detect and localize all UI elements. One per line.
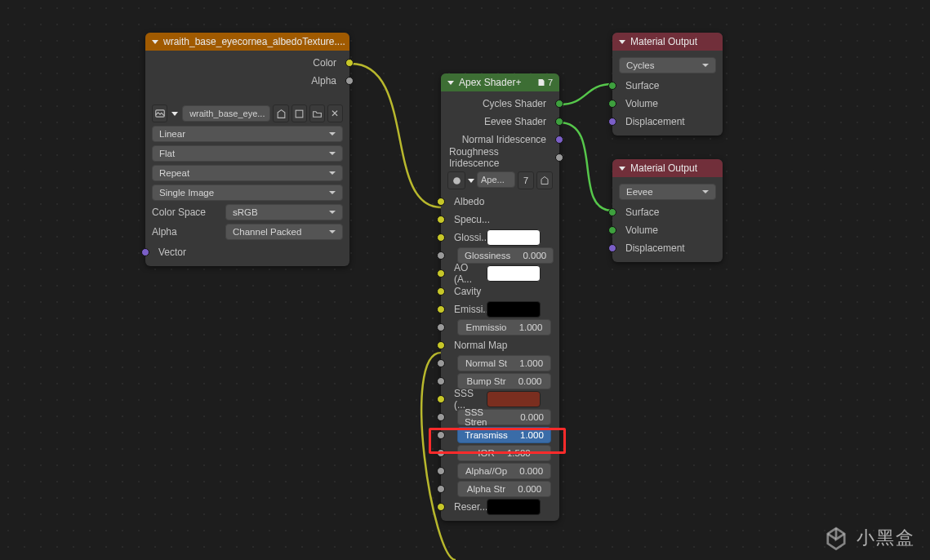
socket-volume-in[interactable] — [608, 100, 616, 108]
socket-alpha-out[interactable] — [345, 77, 354, 85]
chevron-down-icon — [447, 81, 454, 85]
output-alpha-label: Alpha — [311, 75, 336, 87]
image-browse-icon[interactable] — [152, 104, 167, 122]
node-title: Material Output — [630, 36, 697, 47]
chevron-down-icon — [152, 40, 158, 44]
socket-alphastr-in[interactable] — [437, 485, 445, 493]
reser-label: Reser... — [454, 501, 487, 513]
glossi-swatch[interactable] — [487, 229, 541, 246]
surface-label: Surface — [625, 80, 659, 91]
socket-disp-in[interactable] — [608, 244, 616, 252]
socket-albedo-in[interactable] — [437, 198, 445, 206]
sss-strength-field[interactable]: SSS Stren 0.000 — [457, 409, 551, 425]
material-output-node-eevee[interactable]: Material Output Eevee Surface Volume Dis… — [612, 159, 723, 262]
socket-color-out[interactable] — [345, 59, 354, 67]
reser-swatch[interactable] — [487, 499, 541, 515]
node-title: Material Output — [630, 162, 697, 174]
alpha-strength-field[interactable]: Alpha Str 0.000 — [457, 481, 551, 497]
vector-label: Vector — [158, 247, 186, 258]
chevron-down-icon — [171, 112, 178, 116]
material-output-node-cycles[interactable]: Material Output Cycles Surface Volume Di… — [612, 33, 723, 136]
alpha-opacity-field[interactable]: Alpha//Op 0.000 — [457, 463, 551, 479]
out-rough-irid-label: Roughness Iridescence — [449, 146, 546, 169]
socket-normal-in[interactable] — [437, 341, 445, 349]
sss-swatch[interactable] — [487, 391, 541, 407]
socket-vector-in[interactable] — [141, 248, 149, 256]
socket-bump-in[interactable] — [437, 377, 445, 385]
socket-ni-out[interactable] — [555, 136, 563, 144]
alpha-mode-dropdown[interactable]: Channel Packed — [225, 224, 343, 240]
chevron-down-icon — [619, 40, 625, 44]
output-color-label: Color — [313, 57, 336, 69]
specu-label: Specu... — [454, 214, 490, 225]
albedo-label: Albedo — [454, 196, 484, 207]
socket-cavity-in[interactable] — [437, 287, 445, 296]
new-image-icon[interactable] — [291, 104, 307, 122]
cavity-label: Cavity — [454, 286, 481, 297]
watermark: 小黑盒 — [822, 524, 915, 552]
node-title: wraith_base_eyecornea_albedoTexture.... — [163, 36, 345, 47]
svg-rect-1 — [296, 110, 303, 118]
socket-ri-out[interactable] — [555, 153, 563, 162]
socket-eevee-out[interactable] — [555, 118, 563, 126]
out-normal-irid-label: Normal Iridescence — [462, 134, 546, 145]
node-header[interactable]: wraith_base_eyecornea_albedoTexture.... — [145, 33, 349, 51]
target-dropdown[interactable]: Eevee — [619, 184, 716, 200]
out-cycles-label: Cycles Shader — [483, 98, 546, 109]
socket-reser-in[interactable] — [437, 503, 445, 511]
socket-surface-in[interactable] — [608, 208, 616, 216]
color-space-label: Color Space — [152, 207, 219, 218]
image-name-field[interactable]: wraith_base_eye... — [182, 105, 270, 122]
color-space-dropdown[interactable]: sRGB — [225, 204, 343, 220]
socket-specu-in[interactable] — [437, 216, 445, 224]
emissi-swatch[interactable] — [487, 301, 541, 318]
socket-gloss-val-in[interactable] — [437, 251, 445, 260]
disp-label: Displacement — [625, 116, 685, 127]
nodegroup-users-button[interactable]: 7 — [518, 171, 534, 189]
bump-strength-field[interactable]: Bump Str 0.000 — [457, 373, 551, 389]
socket-sssstren-in[interactable] — [437, 413, 445, 421]
alpha-mode-label: Alpha — [152, 226, 219, 238]
nodegroup-name-field[interactable]: Ape... — [477, 171, 515, 188]
normal-label: Normal Map — [454, 340, 507, 351]
open-file-icon[interactable] — [309, 104, 325, 122]
unlink-icon[interactable]: ✕ — [327, 104, 343, 122]
socket-surface-in[interactable] — [608, 82, 616, 90]
socket-glossi-in[interactable] — [437, 233, 445, 242]
extension-dropdown[interactable]: Repeat — [152, 165, 343, 181]
glossiness-field[interactable]: Glossiness 0.000 — [457, 247, 554, 264]
ao-label: AO (A... — [454, 262, 487, 285]
socket-emissio-val-in[interactable] — [437, 323, 445, 331]
disp-label: Displacement — [625, 242, 685, 254]
ao-swatch[interactable] — [487, 265, 541, 282]
source-dropdown[interactable]: Single Image — [152, 184, 343, 201]
socket-normalst-in[interactable] — [437, 359, 445, 367]
node-users-badge: 7 — [536, 78, 553, 87]
image-texture-node[interactable]: wraith_base_eyecornea_albedoTexture.... … — [145, 33, 349, 266]
logo-icon — [822, 524, 850, 552]
socket-ao-in[interactable] — [437, 269, 445, 278]
node-header[interactable]: Apex Shader+ 7 — [441, 73, 559, 91]
out-eevee-label: Eevee Shader — [484, 116, 546, 127]
node-header[interactable]: Material Output — [612, 159, 723, 177]
fake-user-icon[interactable] — [273, 104, 288, 122]
nodegroup-icon[interactable] — [447, 171, 465, 189]
interpolation-dropdown[interactable]: Linear — [152, 126, 343, 142]
fake-user-icon[interactable] — [536, 171, 553, 189]
projection-dropdown[interactable]: Flat — [152, 145, 343, 162]
target-dropdown[interactable]: Cycles — [619, 57, 716, 73]
socket-disp-in[interactable] — [608, 118, 616, 126]
socket-sss-in[interactable] — [437, 395, 445, 403]
chevron-down-icon — [619, 167, 625, 171]
socket-emissi-in[interactable] — [437, 305, 445, 313]
socket-alphaop-in[interactable] — [437, 467, 445, 475]
volume-label: Volume — [625, 98, 658, 109]
normal-strength-field[interactable]: Normal St 1.000 — [457, 355, 551, 371]
emission-field[interactable]: Emmissio 1.000 — [457, 319, 551, 336]
socket-cycles-out[interactable] — [555, 100, 563, 108]
surface-label: Surface — [625, 207, 659, 218]
node-header[interactable]: Material Output — [612, 33, 723, 51]
highlight-annotation — [429, 428, 566, 454]
svg-point-2 — [453, 177, 461, 184]
socket-volume-in[interactable] — [608, 226, 616, 234]
